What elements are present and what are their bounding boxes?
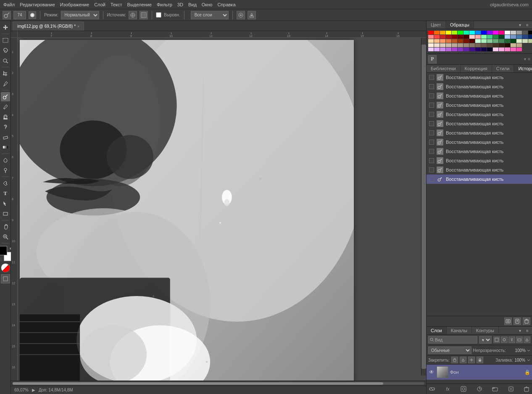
tool-zoom[interactable]: [1, 232, 10, 241]
swatch[interactable]: [458, 48, 463, 51]
history-item[interactable]: Восстанавливающая кисть: [427, 138, 532, 147]
menu-filter[interactable]: Фильтр: [157, 2, 172, 7]
layers-menu[interactable]: ≡: [524, 328, 530, 333]
tool-text[interactable]: T: [1, 189, 10, 198]
tool-hand[interactable]: [1, 222, 10, 231]
swatch[interactable]: [522, 31, 528, 34]
tool-history-brush[interactable]: [1, 122, 10, 132]
swatch[interactable]: [528, 35, 532, 39]
swatch[interactable]: [481, 48, 487, 51]
menu-text[interactable]: Текст: [111, 2, 122, 7]
layers-tab[interactable]: Слои: [427, 327, 447, 334]
swatch[interactable]: [440, 31, 445, 34]
libraries-tab[interactable]: Библиотеки: [427, 65, 461, 72]
mini-toolbar-collapse[interactable]: ▾: [524, 57, 526, 61]
color-reset[interactable]: ⬛: [0, 257, 2, 261]
menu-layer[interactable]: Слой: [94, 2, 105, 7]
scrollbar-horizontal[interactable]: [11, 381, 426, 386]
quick-mask-btn[interactable]: [1, 263, 10, 272]
history-item[interactable]: Восстанавливающая кисть: [427, 119, 532, 128]
history-checkbox[interactable]: [429, 140, 434, 145]
create-snapshot-btn[interactable]: [504, 317, 512, 325]
photo-canvas[interactable]: [20, 40, 354, 381]
swatch[interactable]: [452, 39, 457, 43]
lock-all-btn[interactable]: [477, 357, 483, 363]
swatch[interactable]: [434, 43, 440, 47]
lock-pixels-btn[interactable]: [460, 357, 466, 363]
swatch[interactable]: [493, 48, 498, 51]
tool-crop[interactable]: [1, 69, 10, 78]
swatch[interactable]: [458, 39, 463, 43]
scrollbar-vertical[interactable]: [421, 38, 426, 375]
layers-collapse[interactable]: ▾: [517, 328, 523, 333]
swatch[interactable]: [428, 43, 434, 47]
swatch[interactable]: [487, 35, 492, 39]
channels-tab[interactable]: Каналы: [447, 327, 472, 334]
swatch[interactable]: [487, 48, 492, 51]
history-checkbox[interactable]: [429, 158, 434, 163]
link-layers-btn[interactable]: [428, 385, 436, 393]
swatch[interactable]: [499, 39, 504, 43]
filter-pixel-btn[interactable]: [493, 336, 500, 343]
swatch[interactable]: [505, 31, 510, 34]
create-new-doc-btn[interactable]: [514, 317, 521, 325]
fx-btn[interactable]: fx: [444, 385, 452, 393]
swatch[interactable]: [481, 31, 487, 34]
tool-blur[interactable]: [1, 156, 10, 165]
tool-quick-select[interactable]: [1, 56, 10, 65]
swatch[interactable]: [458, 35, 463, 39]
swatch[interactable]: [516, 35, 522, 39]
scrollbar-vertical-thumb[interactable]: [421, 45, 426, 369]
swatch[interactable]: [516, 43, 522, 47]
history-item[interactable]: Восстанавливающая кисть: [427, 73, 532, 82]
swatch[interactable]: [511, 39, 516, 43]
tool-clone[interactable]: [1, 112, 10, 122]
history-item[interactable]: Восстанавливающая кисть: [427, 110, 532, 119]
filter-smart-btn[interactable]: [524, 336, 530, 343]
swatch[interactable]: [511, 35, 516, 39]
swatch[interactable]: [446, 31, 451, 34]
swatch[interactable]: [493, 39, 498, 43]
history-checkbox[interactable]: [429, 75, 434, 80]
swatch[interactable]: [469, 48, 475, 51]
add-adjustment-btn[interactable]: [476, 385, 483, 393]
mode-select[interactable]: Нормальный: [61, 11, 99, 19]
history-item[interactable]: Восстанавливающая кисть: [427, 128, 532, 138]
history-checkbox-active[interactable]: [429, 177, 434, 182]
swatch[interactable]: [475, 43, 481, 47]
paragraph-btn[interactable]: P: [428, 55, 437, 63]
menu-window[interactable]: Окно: [202, 2, 213, 7]
layer-visibility-btn[interactable]: 👁: [428, 369, 435, 375]
history-checkbox[interactable]: [429, 149, 434, 154]
swatch[interactable]: [481, 35, 487, 39]
tool-marquee[interactable]: [1, 36, 10, 45]
swatch[interactable]: [475, 31, 481, 34]
layer-item[interactable]: 👁 Фон 🔒: [427, 365, 532, 380]
swatch[interactable]: [522, 39, 528, 43]
swatch[interactable]: [469, 39, 475, 43]
swatches-tab[interactable]: Образцы: [446, 21, 474, 29]
create-group-btn[interactable]: [491, 385, 499, 393]
menu-edit[interactable]: Редактирование: [20, 2, 55, 7]
swatch[interactable]: [464, 48, 469, 51]
history-item[interactable]: Восстанавливающая кисть: [427, 82, 532, 91]
swatch[interactable]: [528, 39, 532, 43]
swatch[interactable]: [505, 39, 510, 43]
filter-shape-btn[interactable]: [516, 336, 523, 343]
swatch[interactable]: [434, 35, 440, 39]
swatch[interactable]: [475, 39, 481, 43]
swatch[interactable]: [487, 31, 492, 34]
source-pattern-btn[interactable]: [140, 11, 148, 19]
history-checkbox[interactable]: [429, 112, 434, 117]
swatch[interactable]: [464, 43, 469, 47]
swatch[interactable]: [499, 48, 504, 51]
swatch[interactable]: [458, 43, 463, 47]
tool-gradient[interactable]: [1, 143, 10, 152]
brush-size-input[interactable]: [13, 11, 26, 19]
history-checkbox[interactable]: [429, 103, 434, 108]
tool-eraser[interactable]: [1, 132, 10, 142]
swatch[interactable]: [516, 31, 522, 34]
add-mask-btn[interactable]: [460, 385, 467, 393]
swatch[interactable]: [505, 48, 510, 51]
sample-select[interactable]: Все слои: [191, 11, 229, 19]
